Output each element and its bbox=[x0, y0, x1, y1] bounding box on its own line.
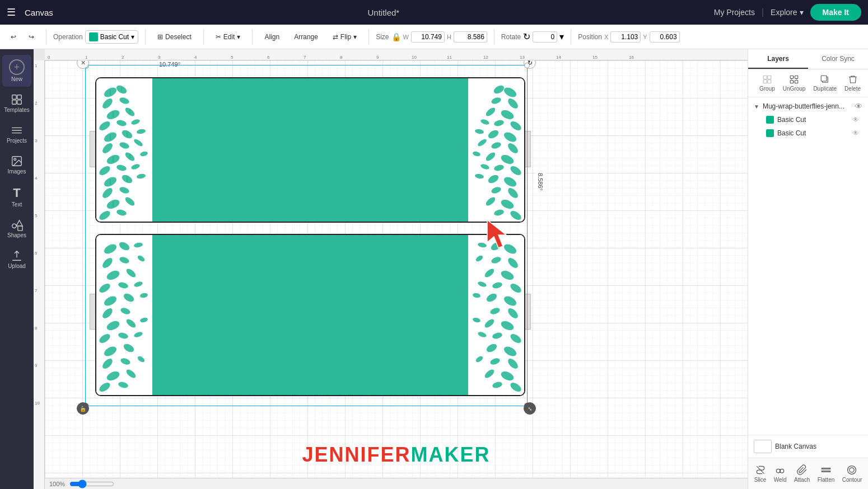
rotate-icon: ↻ bbox=[523, 31, 530, 42]
x-label: X bbox=[604, 34, 608, 40]
rotate-input[interactable] bbox=[533, 31, 557, 43]
contour-icon bbox=[846, 464, 857, 476]
svg-rect-156 bbox=[821, 76, 827, 81]
slice-button[interactable]: Slice bbox=[752, 463, 769, 485]
topbar-actions: My Projects | Explore ▾ Make It bbox=[714, 4, 861, 21]
layer-item-0[interactable]: Basic Cut 👁 bbox=[753, 113, 864, 126]
mug-left-deco-bottom bbox=[96, 235, 152, 395]
butterfly-svg-right-bottom bbox=[468, 235, 524, 395]
group-button[interactable]: Group bbox=[757, 73, 778, 93]
width-label: W bbox=[403, 34, 409, 40]
sep2 bbox=[145, 29, 146, 45]
deselect-button[interactable]: ⊞ Deselect bbox=[152, 30, 197, 44]
layer-group-header[interactable]: ▼ Mug-wrap-butterflies-jenn... 👁 bbox=[753, 100, 864, 113]
y-input[interactable] bbox=[650, 31, 680, 43]
make-it-button[interactable]: Make It bbox=[810, 4, 861, 21]
flip-button[interactable]: ⇄ Flip ▾ bbox=[328, 30, 362, 44]
contour-button[interactable]: Contour bbox=[839, 463, 865, 485]
svg-point-158 bbox=[780, 469, 784, 473]
document-title: Untitled* bbox=[62, 8, 705, 17]
sidebar-item-new[interactable]: + New bbox=[2, 55, 31, 87]
sidebar-item-templates[interactable]: Templates bbox=[2, 89, 31, 117]
x-input[interactable] bbox=[610, 31, 641, 43]
lock-handle[interactable]: 🔒 bbox=[77, 402, 89, 415]
delete-button[interactable]: Delete bbox=[842, 73, 864, 93]
layer-item-1[interactable]: Basic Cut 👁 bbox=[753, 126, 864, 140]
canvas-area[interactable]: 0 1 2 3 4 5 6 7 8 9 10 11 12 13 14 15 16… bbox=[34, 49, 748, 489]
svg-rect-3 bbox=[17, 100, 21, 104]
arrange-button[interactable]: Arrange bbox=[289, 30, 323, 44]
layer-group-eye[interactable]: 👁 bbox=[855, 102, 862, 111]
mug-card-bottom[interactable] bbox=[95, 234, 525, 396]
redo-button[interactable]: ↪ bbox=[24, 30, 39, 44]
rotate-group: Rotate ↻ ▾ bbox=[501, 31, 564, 43]
svg-rect-2 bbox=[12, 100, 16, 104]
handle-bl[interactable] bbox=[83, 403, 88, 408]
topbar: ☰ Canvas Untitled* My Projects | Explore… bbox=[0, 0, 868, 25]
panel-tabs: Layers Color Sync bbox=[748, 49, 868, 69]
mug-inner-top bbox=[95, 77, 525, 223]
divider: | bbox=[762, 7, 764, 17]
handle-br[interactable] bbox=[524, 403, 530, 408]
sidebar-item-images[interactable]: Images bbox=[2, 151, 31, 179]
mug-center-bottom bbox=[152, 235, 468, 395]
edit-icon: ✂ bbox=[216, 33, 221, 41]
width-input[interactable] bbox=[411, 31, 445, 43]
edit-button[interactable]: ✂ Edit ▾ bbox=[211, 30, 246, 44]
ruler-tick-2: 2 bbox=[122, 55, 124, 60]
weld-icon bbox=[774, 464, 786, 476]
my-projects-link[interactable]: My Projects bbox=[714, 8, 755, 17]
dim-height-label: 8.586° bbox=[535, 172, 546, 191]
attach-button[interactable]: Attach bbox=[791, 463, 813, 485]
sidebar-item-text[interactable]: T Text bbox=[2, 181, 31, 212]
sidebar-label-projects: Projects bbox=[7, 138, 27, 144]
canvas-grid[interactable]: ✕ ↻ 🔒 ⤡ 10.749° 8.586° bbox=[45, 60, 748, 478]
svg-point-5 bbox=[14, 158, 16, 161]
scale-handle[interactable]: ⤡ bbox=[524, 402, 536, 415]
deselect-icon: ⊞ bbox=[157, 33, 163, 41]
explore-link[interactable]: Explore ▾ bbox=[771, 8, 803, 17]
svg-point-157 bbox=[776, 469, 780, 473]
deselect-handle[interactable]: ✕ bbox=[77, 60, 89, 69]
menu-icon[interactable]: ☰ bbox=[7, 6, 16, 18]
redo-icon: ↪ bbox=[29, 33, 34, 41]
right-panel: Layers Color Sync Group UnGroup bbox=[748, 49, 868, 489]
blank-canvas-row: Blank Canvas bbox=[748, 435, 868, 458]
tab-layers[interactable]: Layers bbox=[748, 49, 808, 69]
mug-card-top[interactable] bbox=[95, 77, 525, 223]
group-icon bbox=[762, 74, 772, 84]
align-button[interactable]: Align bbox=[259, 30, 284, 44]
rotate-handle[interactable]: ↻ bbox=[524, 60, 536, 69]
ruler-top: 0 1 2 3 4 5 6 7 8 9 10 11 12 13 14 15 16 bbox=[45, 49, 748, 60]
weld-button[interactable]: Weld bbox=[771, 463, 790, 485]
duplicate-button[interactable]: Duplicate bbox=[810, 73, 839, 93]
sidebar-item-shapes[interactable]: Shapes bbox=[2, 214, 31, 243]
ruler-tick-0: 0 bbox=[48, 55, 50, 60]
lock-icon[interactable]: 🔒 bbox=[391, 32, 401, 41]
sep3 bbox=[203, 29, 204, 45]
tab-color-sync[interactable]: Color Sync bbox=[808, 49, 868, 69]
ruler-tick-9: 9 bbox=[376, 55, 379, 60]
zoom-slider[interactable] bbox=[69, 479, 114, 488]
height-input[interactable] bbox=[454, 31, 487, 43]
layer-item-eye-0[interactable]: 👁 bbox=[852, 116, 859, 124]
operation-select[interactable]: Basic Cut ▾ bbox=[85, 30, 138, 44]
handle-tr[interactable] bbox=[524, 63, 530, 68]
ruler-tick-4: 4 bbox=[194, 55, 197, 60]
handle-tl[interactable] bbox=[83, 63, 88, 68]
svg-point-6 bbox=[12, 224, 16, 228]
layer-item-eye-1[interactable]: 👁 bbox=[852, 129, 859, 137]
flatten-button[interactable]: Flatten bbox=[815, 463, 838, 485]
mug-inner-bottom bbox=[95, 234, 525, 396]
undo-button[interactable]: ↩ bbox=[6, 30, 21, 44]
sidebar-item-upload[interactable]: Upload bbox=[2, 245, 31, 274]
chevron-down-icon: ▾ bbox=[800, 8, 804, 17]
ungroup-button[interactable]: UnGroup bbox=[780, 73, 809, 93]
layer-color-0 bbox=[766, 116, 774, 124]
operation-group: Operation Basic Cut ▾ bbox=[53, 30, 138, 44]
blank-canvas-label: Blank Canvas bbox=[775, 443, 816, 450]
chevron-down-icon: ▾ bbox=[237, 33, 240, 41]
mug-center-top bbox=[152, 78, 468, 222]
svg-rect-151 bbox=[790, 76, 793, 78]
sidebar-item-projects[interactable]: Projects bbox=[2, 120, 31, 148]
